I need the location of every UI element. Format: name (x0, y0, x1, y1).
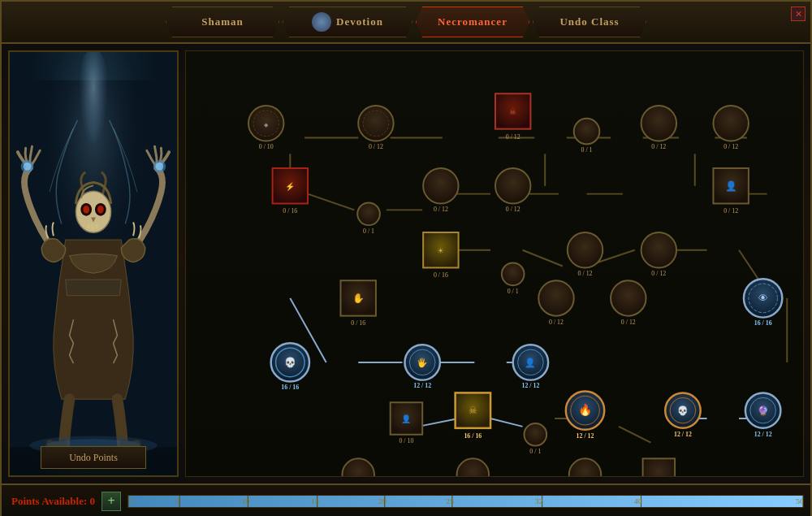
svg-rect-9 (91, 223, 94, 229)
svg-text:12 / 12: 12 / 12 (754, 431, 772, 438)
skill-tree-svg: ◆ 0 / 10 0 / 12 ☠ 0 / 12 (186, 51, 803, 476)
svg-point-134 (342, 458, 374, 476)
skill-node-11[interactable]: ☀ 0 / 16 (423, 232, 458, 279)
svg-text:0 / 12: 0 / 12 (506, 206, 520, 213)
close-button[interactable]: ✕ (791, 7, 806, 21)
content-area: Undo Points (2, 44, 810, 483)
svg-line-43 (490, 418, 522, 427)
skill-node-16[interactable]: 0 / 12 (538, 280, 573, 325)
skill-node-1[interactable]: ◆ 0 / 10 (248, 106, 283, 150)
skill-node-3[interactable]: ☠ 0 / 12 (495, 93, 530, 140)
skill-node-21[interactable]: 👤 12 / 12 (513, 345, 548, 389)
svg-line-42 (418, 418, 458, 427)
skill-node-6[interactable]: ⚡ 0 / 16 (273, 168, 308, 215)
add-points-button[interactable]: + (102, 492, 121, 511)
points-available-label: Points Available: 0 (11, 495, 95, 508)
svg-text:0 / 16: 0 / 16 (351, 320, 365, 327)
bottom-bar: Points Available: 0 + 1 5 10 15 20 25 (2, 483, 810, 516)
svg-line-45 (619, 427, 650, 443)
svg-text:💀: 💀 (284, 357, 296, 368)
svg-text:0 / 1: 0 / 1 (363, 228, 374, 235)
skill-node-8[interactable]: 0 / 12 (423, 168, 458, 213)
svg-text:⚡: ⚡ (285, 181, 296, 192)
svg-text:👤: 👤 (401, 414, 412, 424)
skill-node-5[interactable]: 0 / 12 (641, 106, 676, 150)
skill-node-24[interactable]: 0 / 1 (525, 423, 547, 456)
svg-text:0 / 12: 0 / 12 (651, 143, 666, 150)
svg-text:1: 1 (130, 498, 134, 505)
skill-node-28[interactable]: 0 / 12 (342, 458, 374, 476)
skill-node-7[interactable]: 0 / 1 (357, 202, 380, 235)
svg-text:16 / 16: 16 / 16 (754, 320, 772, 327)
svg-point-7 (97, 206, 104, 214)
skill-node-27[interactable]: 🔮 12 / 12 (745, 392, 780, 437)
svg-text:40: 40 (634, 498, 643, 505)
skill-node-5b[interactable]: 0 / 12 (713, 106, 748, 150)
svg-point-120 (525, 423, 547, 446)
tab-necromancer[interactable]: Necromancer (416, 7, 529, 37)
skill-node-14[interactable]: ✋ 0 / 16 (340, 280, 375, 327)
skill-node-13[interactable]: 0 / 12 (641, 232, 676, 277)
svg-point-64 (574, 119, 600, 145)
svg-text:12 / 12: 12 / 12 (521, 382, 539, 389)
skill-node-19[interactable]: 💀 16 / 16 (271, 343, 309, 391)
svg-point-94 (538, 280, 573, 315)
svg-rect-8 (87, 223, 90, 228)
skill-node-26[interactable]: 💀 12 / 12 (665, 392, 700, 437)
svg-text:12 / 12: 12 / 12 (413, 382, 431, 389)
svg-point-75 (423, 168, 458, 203)
svg-text:🖐: 🖐 (417, 357, 428, 368)
svg-text:🔮: 🔮 (758, 405, 769, 416)
skill-node-18[interactable]: 👁 16 / 16 (744, 279, 782, 327)
character-svg (10, 52, 177, 475)
svg-point-66 (641, 106, 676, 141)
tab-devotion[interactable]: Devotion (283, 7, 412, 37)
svg-text:☀: ☀ (437, 246, 444, 255)
portrait-inner (10, 52, 177, 475)
skill-node-2[interactable]: 0 / 12 (358, 106, 393, 150)
skill-node-22[interactable]: 👤 0 / 10 (391, 402, 422, 444)
tab-necromancer-label: Necromancer (438, 15, 508, 28)
svg-text:25: 25 (446, 498, 455, 505)
svg-text:✋: ✋ (352, 293, 365, 304)
svg-text:0 / 12: 0 / 12 (621, 319, 636, 326)
skill-node-31[interactable]: 0 / 10 (643, 458, 675, 476)
skill-node-12[interactable]: 0 / 12 (568, 232, 603, 277)
tab-shaman[interactable]: Shaman (166, 7, 279, 37)
svg-text:0 / 16: 0 / 16 (283, 207, 297, 215)
svg-text:0 / 12: 0 / 12 (723, 143, 738, 150)
svg-text:🔥: 🔥 (578, 403, 593, 417)
portrait-panel: Undo Points (8, 50, 179, 477)
skill-node-17[interactable]: 0 / 12 (611, 280, 646, 325)
devotion-icon (312, 12, 331, 32)
svg-rect-10 (95, 223, 98, 228)
svg-text:☠: ☠ (469, 405, 477, 416)
svg-point-68 (713, 106, 748, 141)
svg-text:👁: 👁 (758, 293, 768, 304)
tab-undo-class[interactable]: Undo Class (533, 7, 646, 37)
svg-text:0 / 1: 0 / 1 (529, 448, 541, 455)
skill-node-9[interactable]: 0 / 12 (495, 168, 530, 213)
skill-node-10[interactable]: 👤 0 / 12 (713, 168, 748, 215)
svg-text:0 / 12: 0 / 12 (651, 270, 666, 277)
svg-text:12 / 12: 12 / 12 (577, 432, 594, 440)
svg-text:15: 15 (311, 498, 320, 505)
svg-point-77 (495, 168, 530, 203)
skill-node-25[interactable]: 🔥 12 / 12 (566, 391, 604, 439)
tab-devotion-label: Devotion (336, 15, 383, 28)
undo-points-button[interactable]: Undo Points (41, 446, 146, 469)
skill-node-30[interactable]: 0 / 10 (569, 458, 601, 476)
skill-node-4[interactable]: 0 / 1 (574, 119, 600, 154)
skill-node-20[interactable]: 🖐 12 / 12 (404, 345, 439, 389)
svg-rect-140 (643, 458, 675, 476)
tab-shaman-label: Shaman (201, 15, 244, 28)
svg-point-87 (568, 232, 603, 267)
skill-node-23[interactable]: ☠ 16 / 16 (456, 392, 490, 439)
svg-line-26 (308, 194, 354, 210)
svg-text:0 / 12: 0 / 12 (506, 133, 520, 141)
svg-text:💀: 💀 (677, 405, 689, 416)
skill-node-11b[interactable]: 0 / 1 (502, 263, 525, 296)
tab-bar: Shaman Devotion Necromancer Undo Class (2, 2, 810, 44)
skill-node-29[interactable]: 0 / 10 (457, 458, 489, 476)
progress-bar-container: 1 5 10 15 20 25 32 40 50 (127, 495, 804, 508)
